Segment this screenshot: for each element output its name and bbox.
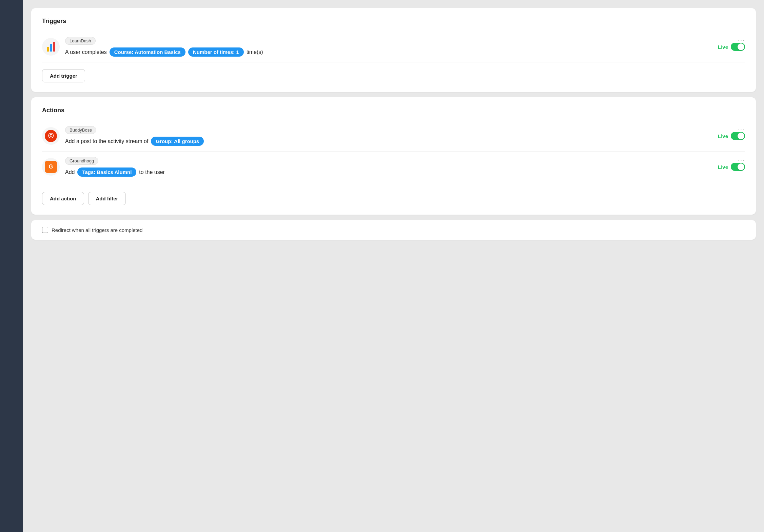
buddyboss-more-dots[interactable]: ···: [738, 126, 745, 133]
add-trigger-button[interactable]: Add trigger: [42, 69, 85, 82]
trigger-description: A user completes Course: Automation Basi…: [65, 47, 710, 57]
learndash-badge: LearnDash: [65, 37, 96, 45]
groundhogg-desc-before: Add: [65, 169, 75, 175]
bar2: [50, 44, 52, 52]
trigger-more-dots[interactable]: ···: [738, 37, 745, 44]
sidebar: [0, 0, 23, 532]
redirect-checkbox[interactable]: [42, 227, 48, 233]
add-action-button[interactable]: Add action: [42, 192, 84, 205]
buddyboss-desc-before: Add a post to the activity stream of: [65, 138, 148, 144]
triggers-card: Triggers LearnDash A user completes Cour…: [31, 8, 756, 92]
groundhogg-icon: G: [45, 161, 57, 173]
triggers-title: Triggers: [42, 18, 745, 25]
buddyboss-action-row: Ⓒ BuddyBoss Add a post to the activity s…: [42, 121, 745, 152]
learndash-icon-circle: [42, 38, 60, 56]
bar3: [53, 42, 55, 52]
add-filter-button[interactable]: Add filter: [88, 192, 126, 205]
bar1: [47, 47, 49, 52]
number-pill[interactable]: Number of times: 1: [188, 47, 244, 57]
trigger-content: LearnDash A user completes Course: Autom…: [65, 37, 710, 57]
trigger-row: LearnDash A user completes Course: Autom…: [42, 32, 745, 62]
trigger-desc-before: A user completes: [65, 49, 107, 55]
course-pill[interactable]: Course: Automation Basics: [110, 47, 185, 57]
redirect-checkbox-row: Redirect when all triggers are completed: [31, 220, 756, 240]
groundhogg-badge: Groundhogg: [65, 157, 98, 165]
redirect-label: Redirect when all triggers are completed: [52, 227, 142, 233]
main-content: Triggers LearnDash A user completes Cour…: [23, 0, 764, 532]
groundhogg-content: Groundhogg Add Tags: Basics Alumni to th…: [65, 157, 710, 177]
groundhogg-live-label: Live: [718, 164, 728, 170]
buddyboss-description: Add a post to the activity stream of Gro…: [65, 137, 710, 146]
groundhogg-icon-circle: G: [42, 158, 60, 176]
buddyboss-badge: BuddyBoss: [65, 126, 96, 134]
actions-divider: [42, 185, 745, 185]
groundhogg-more-dots[interactable]: ···: [738, 157, 745, 164]
actions-button-row: Add action Add filter: [42, 192, 745, 205]
buddyboss-icon: Ⓒ: [45, 130, 57, 142]
buddyboss-content: BuddyBoss Add a post to the activity str…: [65, 126, 710, 146]
actions-title: Actions: [42, 107, 745, 114]
actions-card: Actions Ⓒ BuddyBoss Add a post to the ac…: [31, 97, 756, 215]
buddyboss-pill[interactable]: Group: All groups: [151, 137, 204, 146]
trigger-desc-after: time(s): [247, 49, 263, 55]
learndash-icon: [47, 42, 55, 52]
trigger-button-row: Add trigger: [42, 69, 745, 82]
groundhogg-pill[interactable]: Tags: Basics Alumni: [77, 168, 136, 177]
buddyboss-icon-circle: Ⓒ: [42, 127, 60, 145]
trigger-live-label: Live: [718, 44, 728, 50]
groundhogg-action-row: G Groundhogg Add Tags: Basics Alumni to …: [42, 152, 745, 182]
buddyboss-live-label: Live: [718, 133, 728, 139]
groundhogg-description: Add Tags: Basics Alumni to the user: [65, 168, 710, 177]
groundhogg-desc-after: to the user: [139, 169, 165, 175]
